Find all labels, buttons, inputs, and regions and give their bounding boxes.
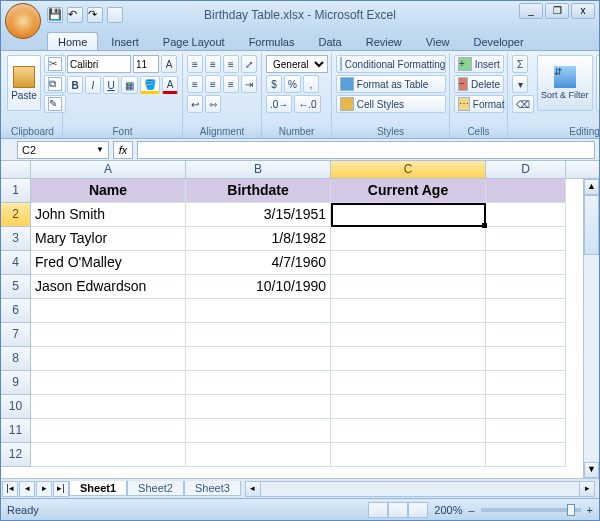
cell-b4[interactable]: 4/7/1960 xyxy=(186,251,331,275)
font-name-input[interactable] xyxy=(67,55,131,73)
col-header-b[interactable]: B xyxy=(186,161,331,178)
hscroll-track[interactable] xyxy=(261,481,579,497)
increase-decimal-button[interactable]: .0→ xyxy=(266,95,292,113)
currency-button[interactable]: $ xyxy=(266,75,282,93)
zoom-out-button[interactable]: – xyxy=(468,504,474,516)
row-header-3[interactable]: 3 xyxy=(1,227,31,251)
align-top-button[interactable]: ≡ xyxy=(187,55,203,73)
sort-filter-button[interactable]: ⇵ Sort & Filter xyxy=(537,55,593,111)
tab-insert[interactable]: Insert xyxy=(100,32,150,50)
font-size-input[interactable] xyxy=(133,55,159,73)
sheet-tab-1[interactable]: Sheet1 xyxy=(69,481,127,496)
zoom-label[interactable]: 200% xyxy=(434,504,462,516)
cell-c3[interactable] xyxy=(331,227,486,251)
italic-button[interactable]: I xyxy=(85,76,101,94)
align-center-button[interactable]: ≡ xyxy=(205,75,221,93)
horizontal-scrollbar[interactable]: ◂ ▸ xyxy=(245,481,595,497)
comma-button[interactable]: , xyxy=(303,75,319,93)
view-page-break-button[interactable] xyxy=(408,502,428,518)
format-as-table-button[interactable]: Format as Table xyxy=(336,75,446,93)
col-header-a[interactable]: A xyxy=(31,161,186,178)
sheet-nav-next[interactable]: ▸ xyxy=(36,481,52,497)
align-mid-button[interactable]: ≡ xyxy=(205,55,221,73)
row-header-5[interactable]: 5 xyxy=(1,275,31,299)
cell-d4[interactable] xyxy=(486,251,566,275)
row-header-11[interactable]: 11 xyxy=(1,419,31,443)
tab-view[interactable]: View xyxy=(415,32,461,50)
scroll-up-button[interactable]: ▲ xyxy=(584,179,599,195)
fill-color-button[interactable]: 🪣 xyxy=(140,76,160,94)
qat-customize-icon[interactable] xyxy=(107,7,123,23)
office-button[interactable] xyxy=(5,3,41,39)
cell-b3[interactable]: 1/8/1982 xyxy=(186,227,331,251)
maximize-button[interactable]: ❐ xyxy=(545,3,569,19)
zoom-in-button[interactable]: + xyxy=(587,504,593,516)
cell-a1[interactable]: Name xyxy=(31,179,186,203)
find-select-button[interactable]: 🔍 Find & Select xyxy=(596,55,600,111)
merge-button[interactable]: ⇿ xyxy=(205,95,221,113)
row-header-10[interactable]: 10 xyxy=(1,395,31,419)
hscroll-left[interactable]: ◂ xyxy=(245,481,261,497)
cell-d3[interactable] xyxy=(486,227,566,251)
align-right-button[interactable]: ≡ xyxy=(223,75,239,93)
bold-button[interactable]: B xyxy=(67,76,83,94)
row-header-7[interactable]: 7 xyxy=(1,323,31,347)
cell-b1[interactable]: Birthdate xyxy=(186,179,331,203)
tab-review[interactable]: Review xyxy=(355,32,413,50)
cell-c2[interactable] xyxy=(331,203,486,227)
row-header-1[interactable]: 1 xyxy=(1,179,31,203)
name-box[interactable]: C2 ▼ xyxy=(17,141,109,159)
view-normal-button[interactable] xyxy=(368,502,388,518)
col-header-c[interactable]: C xyxy=(331,161,486,178)
tab-data[interactable]: Data xyxy=(307,32,352,50)
row-header-9[interactable]: 9 xyxy=(1,371,31,395)
cell-c5[interactable] xyxy=(331,275,486,299)
scroll-thumb[interactable] xyxy=(584,195,599,255)
scroll-down-button[interactable]: ▼ xyxy=(584,462,599,478)
clear-button[interactable]: ⌫ xyxy=(512,95,534,113)
hscroll-right[interactable]: ▸ xyxy=(579,481,595,497)
qat-save-icon[interactable]: 💾 xyxy=(47,7,63,23)
qat-undo-icon[interactable]: ↶ xyxy=(67,7,83,23)
vertical-scrollbar[interactable]: ▲ ▼ xyxy=(583,179,599,478)
paste-button[interactable]: Paste xyxy=(7,55,41,111)
fill-button[interactable]: ▾ xyxy=(512,75,528,93)
zoom-slider[interactable] xyxy=(481,508,581,512)
row-header-2[interactable]: 2 xyxy=(1,203,31,227)
cell-d5[interactable] xyxy=(486,275,566,299)
autosum-button[interactable]: Σ xyxy=(512,55,528,73)
cell-b2[interactable]: 3/15/1951 xyxy=(186,203,331,227)
wrap-text-button[interactable]: ↩ xyxy=(187,95,203,113)
font-color-button[interactable]: A xyxy=(162,76,178,94)
select-all-corner[interactable] xyxy=(1,161,31,178)
align-bot-button[interactable]: ≡ xyxy=(223,55,239,73)
tab-page-layout[interactable]: Page Layout xyxy=(152,32,236,50)
cell-a3[interactable]: Mary Taylor xyxy=(31,227,186,251)
increase-font-button[interactable]: A xyxy=(161,55,177,73)
tab-formulas[interactable]: Formulas xyxy=(238,32,306,50)
sheet-nav-last[interactable]: ▸| xyxy=(53,481,69,497)
delete-cells-button[interactable]: − Delete xyxy=(454,75,504,93)
col-header-d[interactable]: D xyxy=(486,161,566,178)
cell-c4[interactable] xyxy=(331,251,486,275)
row-header-4[interactable]: 4 xyxy=(1,251,31,275)
indent-button[interactable]: ⇥ xyxy=(241,75,257,93)
sheet-tab-2[interactable]: Sheet2 xyxy=(127,481,184,496)
zoom-knob[interactable] xyxy=(567,504,575,516)
underline-button[interactable]: U xyxy=(103,76,119,94)
row-header-8[interactable]: 8 xyxy=(1,347,31,371)
cell-a5[interactable]: Jason Edwardson xyxy=(31,275,186,299)
close-button[interactable]: x xyxy=(571,3,595,19)
cell-d2[interactable] xyxy=(486,203,566,227)
formula-input[interactable] xyxy=(137,141,595,159)
cell-c1[interactable]: Current Age xyxy=(331,179,486,203)
decrease-decimal-button[interactable]: ←.0 xyxy=(294,95,320,113)
number-format-select[interactable]: General xyxy=(266,55,328,73)
align-left-button[interactable]: ≡ xyxy=(187,75,203,93)
view-page-layout-button[interactable] xyxy=(388,502,408,518)
fx-button[interactable]: fx xyxy=(113,141,133,159)
conditional-formatting-button[interactable]: Conditional Formatting xyxy=(336,55,446,73)
row-header-6[interactable]: 6 xyxy=(1,299,31,323)
cell-d1[interactable] xyxy=(486,179,566,203)
percent-button[interactable]: % xyxy=(284,75,301,93)
